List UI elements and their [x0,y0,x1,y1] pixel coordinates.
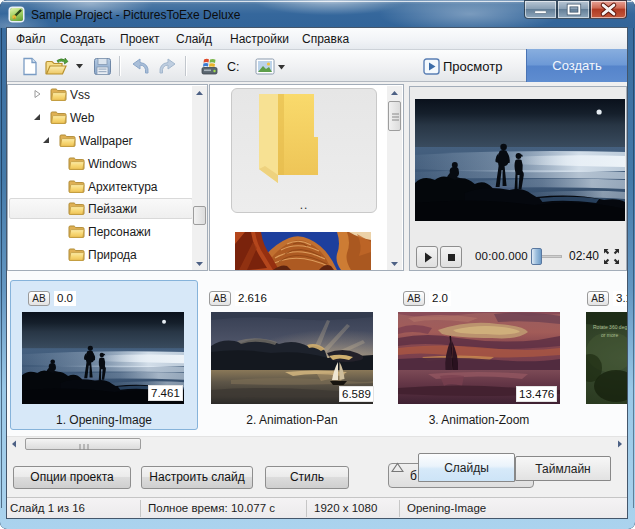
svg-text:or more: or more [601,332,618,338]
svg-text:Rotate 360 deg: Rotate 360 deg [593,324,627,330]
